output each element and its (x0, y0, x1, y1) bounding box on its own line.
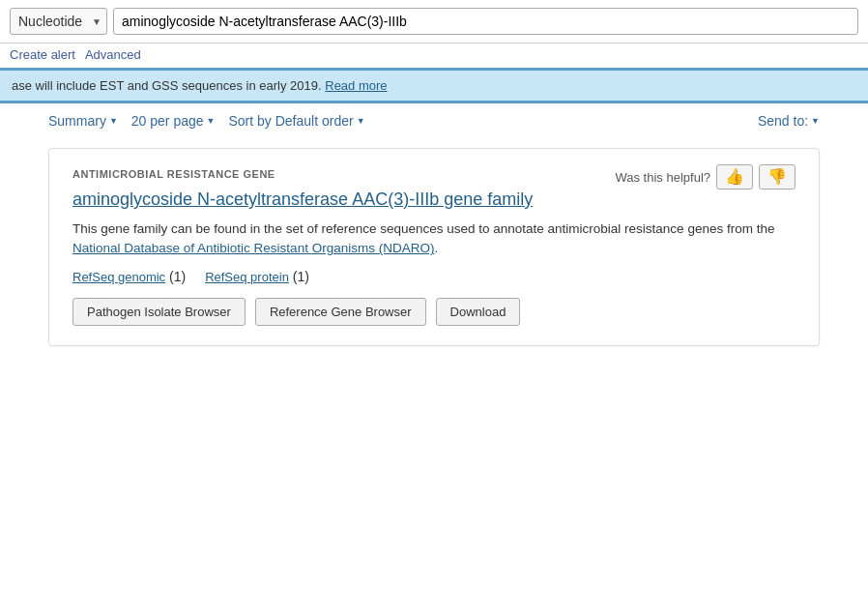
toolbar-left: Summary ▼ 20 per page ▼ Sort by Default … (48, 113, 758, 129)
helpful-label: Was this helpful? (615, 170, 710, 185)
sort-label: Sort by Default order (228, 113, 353, 129)
search-links: Create alert Advanced (0, 44, 868, 68)
per-page-dropdown[interactable]: 20 per page ▼ (131, 113, 216, 129)
refseq-protein-link-wrapper: RefSeq protein (1) (205, 269, 309, 284)
refseq-protein-link[interactable]: RefSeq protein (205, 270, 289, 284)
per-page-arrow-icon: ▼ (207, 116, 216, 126)
summary-dropdown[interactable]: Summary ▼ (48, 113, 118, 129)
thumbs-up-button[interactable]: 👍 (716, 164, 753, 190)
summary-label: Summary (48, 113, 106, 129)
advanced-link[interactable]: Advanced (85, 47, 141, 62)
create-alert-link[interactable]: Create alert (10, 47, 75, 62)
send-to-arrow-icon: ▼ (811, 116, 820, 126)
result-links: RefSeq genomic (1) RefSeq protein (1) (72, 269, 796, 284)
toolbar-right: Send to: ▼ (758, 113, 820, 129)
refseq-genomic-count: (1) (169, 269, 186, 284)
search-type-wrapper: Nucleotide Gene Protein Genome SNP ▼ (10, 8, 107, 35)
result-title-link[interactable]: aminoglycoside N-acetyltransferase AAC(3… (72, 190, 796, 210)
read-more-link[interactable]: Read more (325, 78, 387, 93)
results-toolbar: Summary ▼ 20 per page ▼ Sort by Default … (0, 103, 868, 138)
search-bar: Nucleotide Gene Protein Genome SNP ▼ (0, 0, 868, 44)
search-type-select[interactable]: Nucleotide Gene Protein Genome SNP (10, 8, 107, 35)
sort-dropdown[interactable]: Sort by Default order ▼ (228, 113, 364, 129)
refseq-genomic-link[interactable]: RefSeq genomic (72, 270, 165, 284)
send-to-label: Send to: (758, 113, 808, 129)
sort-arrow-icon: ▼ (357, 116, 365, 126)
info-banner: ase will include EST and GSS sequences i… (0, 68, 868, 103)
refseq-protein-count: (1) (293, 269, 309, 284)
description-after: . (434, 241, 438, 255)
search-input[interactable] (113, 8, 858, 35)
summary-arrow-icon: ▼ (109, 116, 118, 126)
thumbs-down-button[interactable]: 👎 (759, 164, 796, 190)
description-before: This gene family can be found in the set… (72, 221, 774, 236)
reference-gene-browser-button[interactable]: Reference Gene Browser (255, 298, 426, 326)
per-page-label: 20 per page (131, 113, 204, 129)
refseq-genomic-link-wrapper: RefSeq genomic (1) (72, 269, 186, 284)
result-card: Was this helpful? 👍 👎 ANTIMICROBIAL RESI… (48, 148, 820, 346)
pathogen-isolate-browser-button[interactable]: Pathogen Isolate Browser (72, 298, 246, 326)
helpful-row: Was this helpful? 👍 👎 (615, 164, 796, 190)
result-description: This gene family can be found in the set… (72, 219, 796, 259)
result-buttons: Pathogen Isolate Browser Reference Gene … (72, 298, 796, 326)
banner-text: ase will include EST and GSS sequences i… (12, 78, 322, 93)
ndaro-link[interactable]: National Database of Antibiotic Resistan… (72, 241, 434, 255)
send-to-dropdown[interactable]: Send to: ▼ (758, 113, 820, 129)
download-button[interactable]: Download (436, 298, 521, 326)
